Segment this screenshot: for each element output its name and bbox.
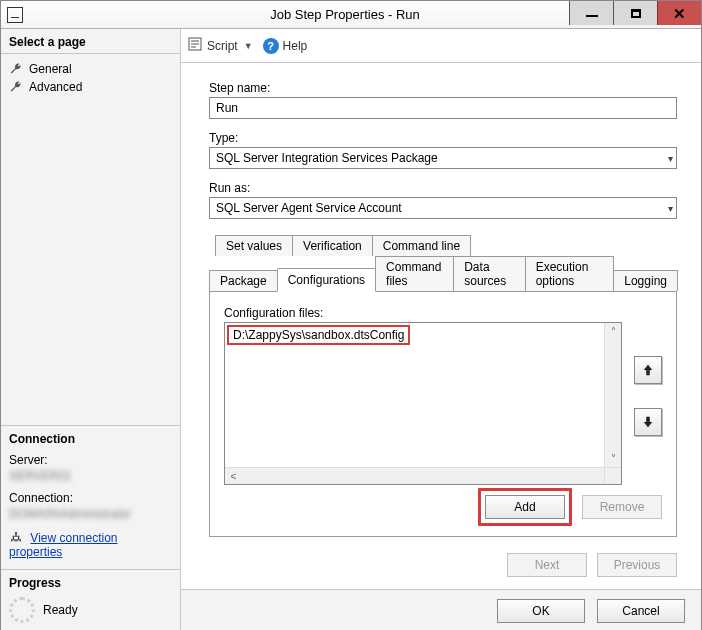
connection-value: DOMAIN\Administrator	[9, 507, 172, 521]
connection-label: Connection:	[9, 491, 172, 505]
script-icon	[187, 36, 203, 55]
select-page-header: Select a page	[1, 29, 180, 54]
dropdown-arrow-icon: ▼	[244, 41, 253, 51]
app-icon	[7, 7, 23, 23]
cancel-button[interactable]: Cancel	[597, 599, 685, 623]
connection-icon	[9, 531, 23, 545]
scroll-down-icon: ˅	[605, 450, 621, 467]
reorder-buttons	[634, 356, 662, 485]
title-bar: Job Step Properties - Run ✕	[1, 1, 701, 29]
scroll-corner	[604, 467, 621, 484]
help-label: Help	[283, 39, 308, 53]
dialog-button-bar: OK Cancel	[181, 589, 701, 630]
vertical-scrollbar[interactable]: ˄ ˅	[604, 323, 621, 467]
tab-command-files[interactable]: Command files	[375, 256, 454, 291]
config-buttons-row: Add Remove	[478, 488, 662, 526]
sidebar-item-label: General	[29, 62, 72, 76]
arrow-down-icon	[641, 415, 655, 429]
wizard-nav: Next Previous	[507, 553, 677, 577]
config-file-item[interactable]: D:\ZappySys\sandbox.dtsConfig	[227, 325, 410, 345]
connection-block: Connection Server: SERVER01 Connection: …	[1, 425, 180, 569]
sidebar-item-label: Advanced	[29, 80, 82, 94]
page-list: General Advanced	[1, 54, 180, 104]
form-area: Step name: Type: ▾ Run as: ▾	[181, 63, 701, 231]
tab-command-line[interactable]: Command line	[372, 235, 471, 256]
window-frame: Job Step Properties - Run ✕ Select a pag…	[0, 0, 702, 630]
view-connection-properties-link[interactable]: View connection properties	[9, 531, 118, 559]
horizontal-scrollbar[interactable]: < >	[225, 467, 621, 484]
next-button: Next	[507, 553, 587, 577]
remove-button: Remove	[582, 495, 662, 519]
tab-control: Set values Verification Command line Pac…	[209, 235, 677, 537]
close-button[interactable]: ✕	[657, 1, 701, 25]
tab-execution-options[interactable]: Execution options	[525, 256, 615, 291]
wrench-icon	[9, 62, 23, 76]
ok-button[interactable]: OK	[497, 599, 585, 623]
server-label: Server:	[9, 453, 172, 467]
progress-status: Ready	[43, 603, 78, 617]
progress-block: Progress Ready	[1, 569, 180, 630]
tab-verification[interactable]: Verification	[292, 235, 373, 256]
window-buttons: ✕	[569, 1, 701, 25]
help-icon: ?	[263, 38, 279, 54]
maximize-button[interactable]	[613, 1, 657, 25]
progress-header: Progress	[9, 576, 172, 591]
progress-spinner-icon	[9, 597, 35, 623]
tab-row-lower: Package Configurations Command files Dat…	[209, 256, 677, 291]
config-files-listbox[interactable]: D:\ZappySys\sandbox.dtsConfig ˄ ˅ < >	[224, 322, 622, 485]
sidebar-item-general[interactable]: General	[7, 60, 176, 78]
view-connection-properties[interactable]: View connection properties	[9, 531, 172, 559]
tab-panel-configurations: Configuration files: D:\ZappySys\sandbox…	[209, 291, 677, 537]
server-value: SERVER01	[9, 469, 172, 483]
content-area: Script ▼ ? Help Step name: Type: ▾ Run a…	[181, 29, 701, 630]
sidebar: Select a page General Advanced Conne	[1, 29, 181, 630]
type-label: Type:	[209, 131, 677, 145]
tab-set-values[interactable]: Set values	[215, 235, 293, 256]
config-files-label: Configuration files:	[224, 306, 662, 320]
add-button[interactable]: Add	[485, 495, 565, 519]
tab-package[interactable]: Package	[209, 270, 278, 291]
svg-point-0	[15, 532, 17, 534]
step-name-label: Step name:	[209, 81, 677, 95]
add-button-highlight: Add	[478, 488, 572, 526]
run-as-label: Run as:	[209, 181, 677, 195]
previous-button: Previous	[597, 553, 677, 577]
tab-data-sources[interactable]: Data sources	[453, 256, 525, 291]
scroll-left-icon: <	[225, 471, 242, 482]
connection-header: Connection	[9, 432, 172, 447]
move-down-button[interactable]	[634, 408, 662, 436]
move-up-button[interactable]	[634, 356, 662, 384]
tab-configurations[interactable]: Configurations	[277, 268, 376, 292]
type-select[interactable]	[209, 147, 677, 169]
content-toolbar: Script ▼ ? Help	[181, 29, 701, 63]
step-name-input[interactable]	[209, 97, 677, 119]
arrow-up-icon	[641, 363, 655, 377]
scroll-up-icon: ˄	[605, 323, 621, 340]
script-button[interactable]: Script ▼	[187, 36, 253, 55]
script-label: Script	[207, 39, 238, 53]
minimize-button[interactable]	[569, 1, 613, 25]
wrench-icon	[9, 80, 23, 94]
sidebar-item-advanced[interactable]: Advanced	[7, 78, 176, 96]
help-button[interactable]: ? Help	[263, 38, 308, 54]
run-as-select[interactable]	[209, 197, 677, 219]
tab-logging[interactable]: Logging	[613, 270, 678, 291]
tab-row-upper: Set values Verification Command line	[215, 235, 677, 256]
